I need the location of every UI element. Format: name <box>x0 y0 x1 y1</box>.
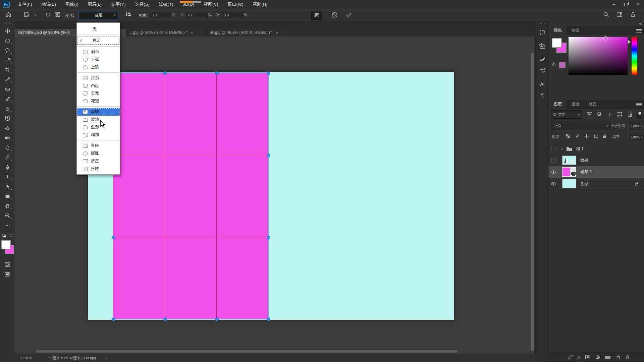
warp-handle[interactable] <box>267 154 270 157</box>
search-icon[interactable] <box>603 11 609 17</box>
layer-style-fx-icon[interactable]: fx <box>578 355 581 360</box>
menu-select[interactable]: 选择(S) <box>130 0 154 8</box>
move-tool-button[interactable] <box>2 27 13 35</box>
add-mask-icon[interactable] <box>585 354 591 360</box>
reference-point-toggle-icon[interactable] <box>46 12 51 17</box>
eraser-tool-button[interactable] <box>2 124 13 132</box>
panel-grip[interactable] <box>539 23 546 24</box>
path-selection-tool-button[interactable] <box>2 182 13 191</box>
toggle-warp-mode-button[interactable] <box>311 11 322 20</box>
menu-help[interactable]: 帮助(H) <box>248 0 272 8</box>
foreground-color-swatch[interactable] <box>552 38 562 48</box>
patch-tool-button[interactable] <box>2 85 13 94</box>
history-panel-icon[interactable] <box>537 27 548 38</box>
tab-paths[interactable]: 路径 <box>584 99 601 109</box>
color-field-cursor[interactable] <box>603 36 608 41</box>
warp-option-arc-upper[interactable]: 上弧 <box>77 63 120 71</box>
warp-option-shell-upper[interactable]: 花冠 <box>77 97 120 105</box>
workspace-layout-icon[interactable] <box>616 11 623 17</box>
websafe-color-swatch[interactable] <box>559 62 566 68</box>
new-layer-icon[interactable] <box>615 355 621 360</box>
gamut-warning-icon[interactable]: ⚠ <box>551 61 556 67</box>
blend-mode-select[interactable]: 正常 ∨ <box>551 122 611 130</box>
paragraph-panel-icon[interactable]: ¶ <box>537 89 548 100</box>
clone-stamp-tool-button[interactable] <box>2 105 13 113</box>
visibility-toggle[interactable] <box>549 143 558 155</box>
tab-layers[interactable]: 图层 <box>549 99 567 109</box>
close-icon[interactable]: × <box>276 31 278 35</box>
filter-shape-layers-icon[interactable] <box>617 111 623 117</box>
warp-option-fisheye[interactable]: 鱼眼 <box>77 142 120 149</box>
tab-1-jpg[interactable]: 1.jpg @ 50% (图层 0, RGB/8#) * × <box>126 29 207 37</box>
rectangle-tool-button[interactable] <box>2 192 13 200</box>
menu-image[interactable]: 图像(I) <box>61 0 83 8</box>
horizontal-scrollbar[interactable] <box>36 350 458 353</box>
type-tool-button[interactable]: T <box>2 173 13 181</box>
close-button[interactable]: × <box>632 0 644 8</box>
vertical-scrollbar[interactable] <box>531 53 534 351</box>
layer-row-background[interactable]: 背景 <box>549 178 644 190</box>
warp-handle[interactable] <box>112 317 115 321</box>
visibility-toggle[interactable] <box>549 178 558 189</box>
layer-name[interactable]: 效果 <box>580 158 588 163</box>
warp-edge-bottom[interactable] <box>113 319 268 319</box>
layer-row-group1[interactable]: › 组 1 <box>549 143 644 155</box>
warp-option-squeeze[interactable]: 挤压 <box>77 157 120 165</box>
warp-option-bulge[interactable]: 凸起 <box>77 82 120 89</box>
minimize-button[interactable]: – <box>608 0 620 8</box>
warp-option-arc[interactable]: 扇形 <box>77 48 120 56</box>
collapse-panels-icon[interactable]: »» <box>639 21 642 26</box>
layer-thumbnail[interactable] <box>562 156 576 165</box>
pen-tool-button[interactable] <box>2 163 13 171</box>
lock-transparency-icon[interactable] <box>565 134 570 139</box>
cancel-transform-button[interactable] <box>329 11 339 19</box>
home-icon[interactable] <box>5 11 11 17</box>
crop-tool-button[interactable] <box>2 66 13 74</box>
chevron-down-icon[interactable]: ∨ <box>34 13 37 16</box>
foreground-color-swatch[interactable] <box>1 240 11 249</box>
warp-option-none[interactable]: 无 <box>77 24 120 33</box>
warp-option-inflate[interactable]: 膨胀 <box>77 149 120 157</box>
menu-file[interactable]: 文件(F) <box>13 0 37 8</box>
warp-option-fish[interactable]: 鱼形 <box>77 123 120 131</box>
lock-artboard-icon[interactable] <box>593 134 598 139</box>
layer-thumbnail[interactable] <box>562 179 576 188</box>
hand-tool-button[interactable] <box>2 202 13 210</box>
hue-slider-pointer[interactable] <box>628 40 631 44</box>
h-distort-input[interactable] <box>186 12 208 18</box>
dodge-tool-button[interactable] <box>2 153 13 162</box>
lock-all-icon[interactable] <box>602 133 607 138</box>
delete-layer-icon[interactable] <box>625 355 630 360</box>
restore-button[interactable] <box>620 0 632 8</box>
v-distort-input[interactable] <box>222 12 244 18</box>
transform-tool-icon[interactable] <box>23 12 29 17</box>
zoom-level-field[interactable]: 30.81% <box>19 356 32 360</box>
swap-colors-icon[interactable] <box>9 234 13 238</box>
visibility-toggle[interactable] <box>549 155 558 166</box>
edit-toolbar-ellipsis-icon[interactable] <box>2 221 13 230</box>
menu-window[interactable]: 窗口(W) <box>223 0 248 8</box>
split-warp-grid-icon[interactable] <box>54 12 60 17</box>
tab-channels[interactable]: 通道 <box>567 99 584 109</box>
hue-slider[interactable] <box>632 37 637 75</box>
layer-name[interactable]: 组 1 <box>576 146 584 152</box>
panel-menu-icon[interactable] <box>636 102 642 107</box>
filtering-toggle[interactable] <box>637 111 642 119</box>
warp-option-arch[interactable]: 拱形 <box>77 74 120 82</box>
default-colors-icon[interactable] <box>2 234 6 238</box>
layer-name[interactable]: 矩形 3 <box>580 169 592 175</box>
new-group-icon[interactable] <box>605 355 611 360</box>
fill-select[interactable]: 100% ∨ <box>629 133 644 141</box>
group-collapse-icon[interactable]: › <box>561 146 563 151</box>
zoom-tool-button[interactable] <box>2 212 13 220</box>
status-chevron-icon[interactable]: › <box>106 356 107 360</box>
color-field[interactable] <box>569 37 628 75</box>
warp-option-rise[interactable]: 增加 <box>77 131 120 139</box>
warp-option-flag[interactable]: 旗帜 <box>77 108 120 116</box>
menu-edit[interactable]: 编辑(E) <box>37 0 61 8</box>
properties-3d-panel-icon[interactable] <box>537 41 548 51</box>
warp-handle[interactable] <box>163 71 167 75</box>
marquee-tool-button[interactable] <box>2 37 13 45</box>
close-icon[interactable]: × <box>191 31 193 35</box>
warp-option-shell-lower[interactable]: 贝壳 <box>77 89 120 97</box>
